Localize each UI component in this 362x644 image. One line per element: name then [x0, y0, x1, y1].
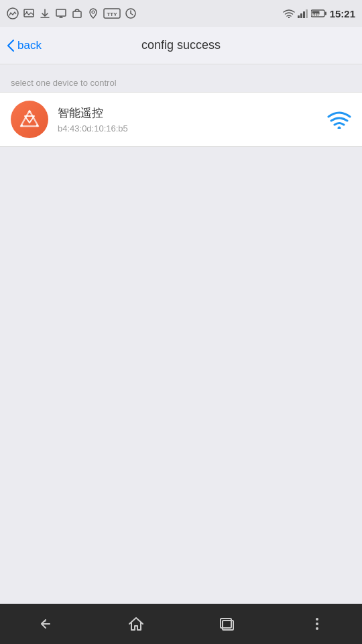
device-icon — [11, 101, 48, 138]
svg-point-14 — [288, 17, 289, 18]
device-logo-icon — [18, 108, 41, 131]
bottom-back-button[interactable] — [25, 609, 66, 639]
svg-point-29 — [316, 618, 318, 621]
svg-point-24 — [36, 124, 39, 127]
screen-icon — [55, 7, 67, 19]
status-icons-left: TTY — [7, 7, 137, 19]
svg-point-23 — [28, 111, 31, 113]
bottom-nav-bar — [0, 604, 362, 644]
bottom-back-icon — [36, 614, 55, 633]
svg-rect-15 — [298, 15, 300, 18]
device-item[interactable]: 智能遥控 b4:43:0d:10:16:b5 — [0, 93, 362, 146]
back-chevron-icon — [7, 39, 15, 52]
clock-icon — [125, 7, 137, 19]
svg-rect-1 — [24, 9, 34, 17]
bottom-windows-icon — [217, 614, 236, 633]
svg-rect-20 — [324, 12, 326, 15]
status-icons-right: 54% 15:21 — [283, 8, 355, 19]
svg-point-0 — [7, 8, 18, 19]
messenger-icon — [7, 7, 19, 19]
nav-bar: back config success — [0, 27, 362, 64]
bottom-home-button[interactable] — [116, 609, 156, 639]
device-name: 智能遥控 — [58, 105, 318, 121]
image-icon — [23, 7, 35, 19]
svg-rect-7 — [73, 11, 81, 17]
svg-rect-17 — [303, 11, 305, 18]
bottom-more-icon — [308, 614, 326, 633]
battery-icon: 54% — [311, 9, 327, 18]
back-button[interactable]: back — [7, 39, 42, 52]
svg-text:TTY: TTY — [107, 11, 117, 17]
download-icon — [39, 7, 51, 19]
bottom-more-button[interactable] — [297, 609, 337, 639]
wifi-signal-icon — [327, 110, 351, 129]
svg-rect-4 — [56, 9, 66, 16]
bottom-windows-button[interactable] — [206, 609, 247, 639]
svg-rect-18 — [306, 9, 308, 18]
svg-rect-16 — [300, 13, 302, 18]
bag-icon — [71, 7, 83, 19]
svg-point-31 — [316, 627, 318, 630]
status-time: 15:21 — [330, 8, 355, 19]
svg-text:54%: 54% — [312, 13, 320, 17]
device-mac: b4:43:0d:10:16:b5 — [58, 123, 318, 133]
section-label: select one device to control — [0, 72, 362, 92]
svg-line-13 — [131, 13, 133, 15]
content-area: select one device to control 智能遥控 — [0, 64, 362, 604]
tty-icon: TTY — [103, 7, 121, 19]
svg-point-8 — [92, 11, 95, 13]
status-wifi-icon — [283, 9, 295, 18]
signal-icon — [298, 9, 308, 18]
svg-point-30 — [316, 623, 318, 625]
location-icon — [87, 7, 99, 19]
page-title: config success — [141, 38, 221, 52]
back-label: back — [17, 39, 42, 52]
status-bar: TTY 54% 15:21 — [0, 0, 362, 27]
device-info: 智能遥控 b4:43:0d:10:16:b5 — [58, 105, 318, 133]
svg-point-25 — [21, 124, 23, 127]
bottom-home-icon — [127, 614, 145, 633]
svg-point-26 — [338, 127, 341, 129]
device-list: 智能遥控 b4:43:0d:10:16:b5 — [0, 92, 362, 147]
